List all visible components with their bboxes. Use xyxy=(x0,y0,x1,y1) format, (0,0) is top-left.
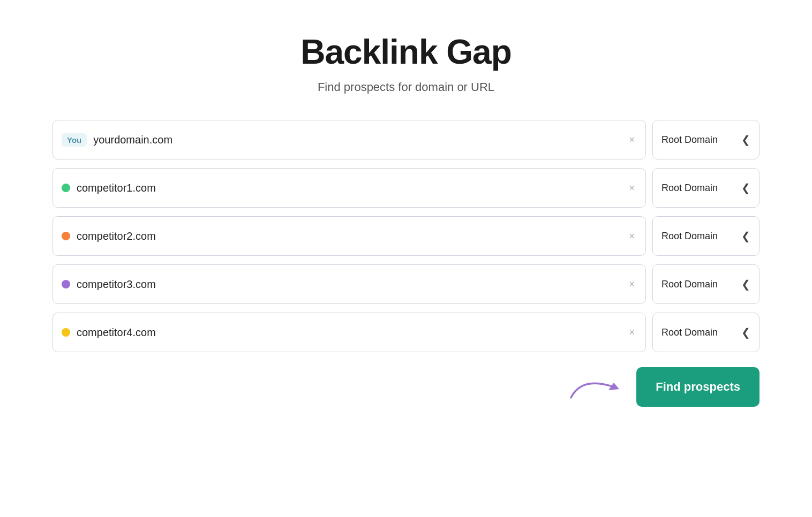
dropdown-competitor1[interactable]: Root Domain ❮ xyxy=(652,168,760,208)
domain-input-wrapper-competitor3: × xyxy=(52,264,646,304)
domain-input-competitor3[interactable] xyxy=(77,278,620,291)
clear-button-you[interactable]: × xyxy=(627,132,637,148)
dot-icon-competitor4 xyxy=(62,328,70,337)
clear-button-competitor2[interactable]: × xyxy=(627,229,637,244)
clear-button-competitor4[interactable]: × xyxy=(627,325,637,340)
dropdown-you[interactable]: Root Domain ❮ xyxy=(652,120,760,159)
domain-input-wrapper-competitor2: × xyxy=(52,216,646,256)
domain-input-wrapper-you: You × xyxy=(52,120,646,159)
domain-input-you[interactable] xyxy=(93,134,620,146)
domain-row-competitor3: × Root Domain ❮ xyxy=(52,264,760,304)
page-subtitle: Find prospects for domain or URL xyxy=(318,80,494,94)
you-badge: You xyxy=(62,133,87,147)
dropdown-label-you: Root Domain xyxy=(661,134,737,146)
arrow-icon xyxy=(566,371,630,403)
dropdown-competitor4[interactable]: Root Domain ❮ xyxy=(652,313,760,352)
domain-row-competitor1: × Root Domain ❮ xyxy=(52,168,760,208)
dot-icon-competitor3 xyxy=(62,280,70,288)
bottom-row: Find prospects xyxy=(52,367,760,407)
dropdown-label-competitor3: Root Domain xyxy=(661,279,737,290)
chevron-down-icon-competitor1: ❮ xyxy=(741,181,750,194)
form-container: You × Root Domain ❮ × Root Domain ❮ xyxy=(52,120,760,407)
chevron-down-icon-competitor4: ❮ xyxy=(741,326,750,339)
domain-row-competitor4: × Root Domain ❮ xyxy=(52,313,760,352)
chevron-down-icon-you: ❮ xyxy=(741,133,750,146)
domain-input-wrapper-competitor1: × xyxy=(52,168,646,208)
dropdown-label-competitor4: Root Domain xyxy=(661,327,737,338)
domain-row-competitor2: × Root Domain ❮ xyxy=(52,216,760,256)
domain-input-wrapper-competitor4: × xyxy=(52,313,646,352)
arrow-container xyxy=(566,371,630,403)
page-title: Backlink Gap xyxy=(300,32,512,72)
dropdown-competitor2[interactable]: Root Domain ❮ xyxy=(652,216,760,256)
dropdown-label-competitor2: Root Domain xyxy=(661,231,737,242)
domain-input-competitor4[interactable] xyxy=(77,326,620,339)
chevron-down-icon-competitor2: ❮ xyxy=(741,230,750,242)
clear-button-competitor1[interactable]: × xyxy=(627,180,637,196)
domain-row-you: You × Root Domain ❮ xyxy=(52,120,760,159)
chevron-down-icon-competitor3: ❮ xyxy=(741,278,750,291)
dropdown-competitor3[interactable]: Root Domain ❮ xyxy=(652,264,760,304)
dot-icon-competitor1 xyxy=(62,184,70,192)
dropdown-label-competitor1: Root Domain xyxy=(661,183,737,194)
dot-icon-competitor2 xyxy=(62,232,70,240)
find-prospects-button[interactable]: Find prospects xyxy=(636,367,760,407)
domain-input-competitor2[interactable] xyxy=(77,230,620,242)
clear-button-competitor3[interactable]: × xyxy=(627,277,637,292)
domain-input-competitor1[interactable] xyxy=(77,182,620,194)
